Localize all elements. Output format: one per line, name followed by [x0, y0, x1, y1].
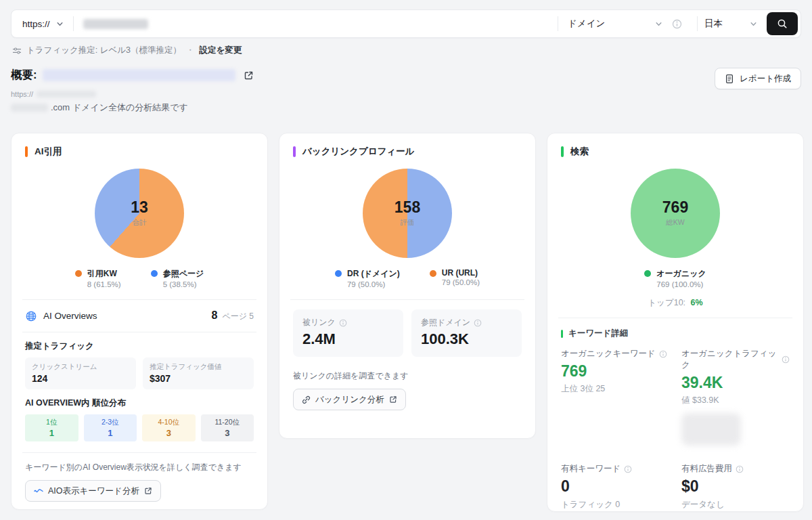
divider: [558, 16, 558, 31]
legend-value: 5 (38.5%): [163, 280, 204, 288]
metric-value: $0: [681, 477, 790, 495]
search-icon: [777, 18, 788, 29]
accent-bar: [561, 330, 563, 338]
aio-button-label: AIO表示キーワード分析: [48, 485, 139, 497]
stat-value: 124: [32, 373, 129, 384]
create-report-button[interactable]: レポート作成: [715, 68, 801, 89]
country-select[interactable]: 日本: [704, 18, 757, 30]
legend-dot: [430, 270, 436, 277]
info-icon[interactable]: [339, 319, 347, 327]
description-text: .com ドメイン全体の分析結果です: [51, 102, 188, 114]
chevron-down-icon: [655, 20, 662, 28]
chevron-down-icon[interactable]: [56, 20, 64, 28]
legend-value: 8 (61.5%): [87, 280, 121, 288]
legend-item: オーガニック 769 (100.0%): [644, 268, 706, 288]
dist-label: 2-3位: [102, 418, 119, 427]
organic-keywords-metric: オーガニックキーワード 769 上位 3位 25: [561, 348, 669, 446]
document-icon: [725, 74, 734, 84]
ai-citation-pie-chart: 13 合計: [95, 169, 184, 258]
ai-overviews-label: AI Overviews: [43, 311, 97, 321]
legend-label: DR (ドメイン): [347, 268, 400, 280]
metric-sub: トラフィック 0: [561, 499, 669, 511]
info-icon[interactable]: [672, 19, 682, 29]
search-pie-chart: 769 総KW: [631, 169, 720, 258]
referring-domains-stat: 参照ドメイン 100.3K: [411, 309, 522, 357]
dist-label: 4-10位: [158, 418, 179, 427]
stat-value: 2.4M: [302, 330, 394, 348]
backlink-pie-chart: 158 評価: [363, 169, 452, 258]
info-icon[interactable]: [474, 319, 482, 327]
organic-traffic-metric: オーガニックトラフィック 39.4K 値 $33.9K: [681, 348, 790, 446]
dist-label: 11-20位: [215, 418, 240, 427]
keyword-detail-title: キーワード詳細: [568, 328, 628, 339]
external-link-icon: [144, 487, 152, 495]
divider: [73, 16, 74, 31]
stat-label: 参照ドメイン: [421, 317, 470, 328]
search-button[interactable]: [767, 12, 798, 35]
ai-citation-header: AI引用: [25, 146, 254, 158]
domain-redacted: [11, 104, 48, 112]
ai-citation-legend: 引用KW 8 (61.5%) 参照ページ 5 (38.5%): [25, 268, 254, 288]
redacted-thumbnail: [681, 413, 741, 446]
info-icon[interactable]: [659, 350, 667, 358]
target-url-input[interactable]: [83, 19, 148, 29]
legend-dot: [335, 270, 342, 277]
rank-distribution-title: AI OVERVIEW内 順位分布: [25, 397, 254, 409]
metric-label: 有料広告費用: [681, 463, 732, 475]
search-mode-select[interactable]: ドメイン: [568, 18, 662, 30]
info-icon[interactable]: [782, 355, 790, 364]
search-mode-value: ドメイン: [568, 18, 605, 30]
legend-label: UR (URL): [442, 268, 480, 278]
chevron-down-icon: [750, 20, 757, 28]
backlink-profile-card: バックリンクプロフィール 158 評価 DR (ドメイン) 79 (50.0%)…: [279, 133, 536, 439]
legend-item: UR (URL) 79 (50.0%): [430, 268, 480, 288]
legend-label: 引用KW: [87, 268, 121, 280]
dist-value: 3: [225, 428, 229, 438]
dist-box-rank11-20: 11-20位 3: [201, 414, 254, 441]
ai-overviews-pages: ページ 5: [222, 311, 254, 322]
info-icon[interactable]: [624, 465, 632, 473]
dist-box-rank2-3: 2-3位 1: [84, 414, 137, 441]
change-settings-link[interactable]: 設定を変更: [200, 45, 242, 56]
divider: [22, 332, 256, 332]
metric-value: 0: [561, 477, 669, 495]
dist-box-rank4-10: 4-10位 3: [142, 414, 196, 441]
backlink-header: バックリンクプロフィール: [293, 146, 522, 158]
external-link-icon[interactable]: [244, 70, 254, 81]
metric-value: 769: [561, 362, 669, 380]
legend-dot: [75, 270, 82, 277]
backlinks-stat: 被リンク 2.4M: [293, 309, 403, 357]
search-card: 検索 769 総KW オーガニック 769 (100.0%) トップ10: 6%…: [547, 133, 804, 512]
url-redacted: [37, 91, 96, 98]
create-report-label: レポート作成: [740, 73, 791, 85]
divider: [290, 299, 524, 300]
legend-item: 引用KW 8 (61.5%): [75, 268, 121, 288]
legend-label: 参照ページ: [163, 268, 204, 280]
metric-label: オーガニックトラフィック: [681, 348, 778, 371]
metric-sub: データなし: [681, 499, 790, 511]
overview-header: 概要:: [11, 68, 254, 83]
globe-icon: [25, 310, 37, 322]
legend-value: 769 (100.0%): [656, 280, 706, 288]
backlink-footer-text: 被リンクの詳細を調査できます: [293, 370, 522, 382]
estimated-traffic-stats: クリックストリーム 124 推定トラフィック価値 $307: [25, 358, 254, 389]
search-title: 検索: [570, 146, 589, 158]
legend-dot: [151, 270, 158, 277]
stat-label: 被リンク: [302, 317, 336, 328]
url-prefix: https://: [11, 90, 33, 98]
backlink-analysis-button[interactable]: バックリンク分析: [293, 389, 406, 410]
pie-kw-value: 769: [662, 199, 688, 216]
dist-value: 1: [49, 428, 54, 438]
ai-overviews-value: 8: [212, 309, 218, 322]
info-icon[interactable]: [736, 465, 744, 473]
protocol-select[interactable]: https://: [22, 19, 50, 29]
traffic-value-stat: 推定トラフィック価値 $307: [143, 358, 254, 389]
aio-keyword-analysis-button[interactable]: AIO表示キーワード分析: [25, 480, 161, 502]
pie-rating-value: 158: [394, 199, 420, 216]
backlink-stats: 被リンク 2.4M 参照ドメイン 100.3K: [293, 309, 522, 357]
ai-citation-title: AI引用: [35, 146, 62, 158]
estimated-traffic-title: 推定トラフィック: [25, 341, 254, 352]
accent-bar: [25, 146, 28, 157]
pie-total-value: 13: [131, 199, 148, 216]
pie-rating-label: 評価: [401, 218, 415, 228]
